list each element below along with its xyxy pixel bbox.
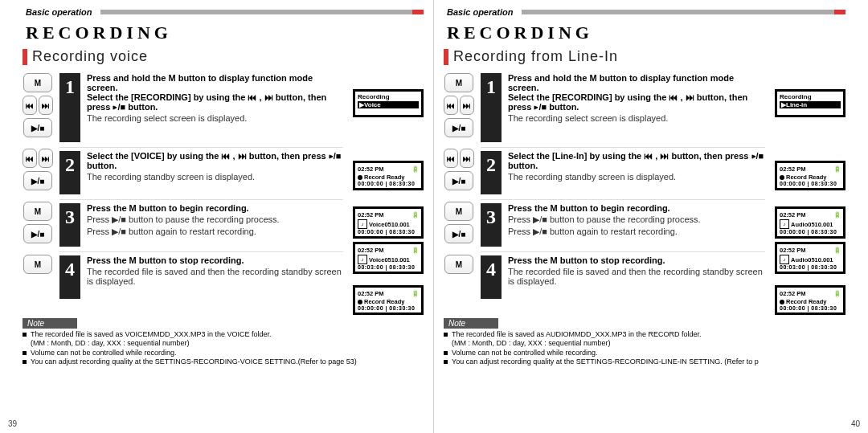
header-rule	[522, 10, 845, 14]
lcd-recording: 02:52 PM🔋 ♪Voice0510.001 00:00:00 | 08:3…	[353, 206, 424, 239]
forward-button-icon: ⏭	[460, 149, 474, 168]
playstop-button-icon: ▶/■	[23, 118, 52, 137]
section-subtitle: Recording voice	[32, 48, 148, 65]
lcd-clock: 02:52 PM	[780, 211, 832, 219]
step-instruction: Select the [Line-In] by using the ⏮ , ⏭ …	[508, 151, 764, 170]
step-number: 1	[481, 73, 502, 142]
lcd-filename: Voice0510.001	[369, 221, 410, 228]
m-button-icon: M	[23, 255, 52, 274]
step-line: Press ▶/■ button to pause the recording …	[87, 214, 343, 225]
playstop-button-icon: ▶/■	[444, 118, 473, 137]
forward-button-icon: ⏭	[460, 96, 474, 115]
step-1: 1 Press and hold the M button to display…	[59, 73, 343, 142]
lcd-clock: 02:52 PM	[780, 165, 832, 173]
note-item: The recorded file is saved as VOICEMMDD_…	[23, 330, 424, 349]
lcd-clock: 02:52 PM	[780, 247, 832, 254]
step-number: 3	[59, 203, 80, 247]
rewind-button-icon: ⏮	[23, 149, 37, 168]
step-2: 2 Select the [Line-In] by using the ⏮ , …	[481, 151, 765, 194]
lcd-timer: 00:00:00 | 08:30:30	[358, 305, 419, 311]
step-2: 2 Select the [VOICE] by using the ⏮ , ⏭ …	[59, 151, 343, 194]
step-1: 1 Press and hold the M button to display…	[481, 73, 765, 142]
step-3: 3 Press the M button to begin recording.…	[481, 203, 765, 247]
record-dot-icon	[358, 175, 362, 180]
note-heading: Note	[23, 318, 77, 329]
step-line: Press ▶/■ button to pause the recording …	[508, 214, 765, 225]
lcd-menu-screen: Recording ▶Line-in	[775, 89, 845, 117]
lcd-recording: 02:52 PM🔋 ♪Audio0510.001 00:00:00 | 08:3…	[775, 206, 845, 239]
lcd-clock: 02:52 PM	[358, 211, 410, 219]
lcd-clock: 02:52 PM	[358, 247, 410, 254]
lcd-filename: Audio0510.001	[791, 221, 833, 228]
step-line: Press ▶/■ button again to restart record…	[87, 227, 343, 237]
page-header: Basic operation	[23, 3, 424, 21]
note-heading: Note	[444, 318, 498, 329]
note-block: Note The recorded file is saved as VOICE…	[23, 318, 424, 366]
step-instruction: Press the M button to begin recording.	[508, 203, 670, 213]
page-header: Basic operation	[444, 3, 845, 21]
lcd-clock: 02:52 PM	[358, 165, 410, 173]
page-left: Basic operation RECORDING Recording voic…	[0, 0, 434, 433]
rewind-button-icon: ⏮	[444, 149, 458, 168]
lcd-status: Record Ready	[786, 174, 826, 181]
note-item: The recorded file is saved as AUDIOMMDD_…	[444, 330, 845, 349]
m-button-icon: M	[23, 73, 52, 92]
step-result: The recording standby screen is displaye…	[87, 172, 343, 182]
forward-button-icon: ⏭	[39, 96, 53, 115]
lcd-timer: 00:00:00 | 08:30:30	[780, 305, 841, 311]
step-4: 4 Press the M button to stop recording. …	[481, 255, 765, 299]
record-dot-icon	[780, 175, 784, 180]
m-button-icon: M	[23, 202, 52, 221]
m-button-icon: M	[444, 255, 473, 274]
step-number: 2	[481, 151, 502, 194]
note-item: You can adjust recording quality at the …	[23, 357, 424, 366]
step-instruction: Press the M button to stop recording.	[87, 255, 244, 265]
lcd-timer: 00:00:00 | 08:30:30	[780, 229, 841, 235]
header-label: Basic operation	[26, 7, 92, 17]
record-dot-icon	[358, 300, 362, 304]
step-result: The recording select screen is displayed…	[87, 113, 343, 123]
step-instruction: Press and hold the M button to display f…	[87, 73, 326, 112]
note-item: You can adjust recording quality at the …	[444, 357, 845, 366]
step-number: 4	[481, 255, 502, 299]
playstop-button-icon: ▶/■	[444, 171, 473, 190]
header-rule	[100, 10, 424, 14]
playstop-button-icon: ▶/■	[444, 224, 473, 243]
lcd-filename: Audio0510.001	[791, 256, 833, 263]
step-result: The recorded file is saved and then the …	[87, 267, 343, 286]
lcd-clock: 02:52 PM	[780, 290, 832, 297]
m-button-icon: M	[444, 73, 473, 92]
note-block: Note The recorded file is saved as AUDIO…	[444, 318, 845, 366]
lcd-header: Recording	[780, 93, 841, 100]
subtitle-row: Recording voice	[23, 48, 424, 65]
lcd-status: Record Ready	[786, 298, 826, 305]
step-number: 2	[59, 151, 80, 194]
forward-button-icon: ⏭	[39, 149, 53, 168]
section-subtitle: Recording from Line-In	[453, 48, 618, 65]
accent-bar	[23, 49, 27, 65]
step-column: 1 Press and hold the M button to display…	[481, 73, 765, 315]
rewind-button-icon: ⏮	[444, 96, 458, 115]
lcd-recording: 02:52 PM🔋 ♪Audio0510.001 00:03:00 | 08:3…	[775, 242, 845, 274]
page-body: M ⏮ ⏭ ▶/■ ⏮ ⏭ ▶/■ M ▶/■ M	[23, 73, 424, 315]
step-result: The recording standby screen is displaye…	[508, 172, 765, 182]
playstop-button-icon: ▶/■	[23, 224, 52, 243]
lcd-header: Recording	[358, 93, 419, 100]
lcd-menu-screen: Recording ▶Voice	[353, 89, 424, 117]
step-instruction: Press the M button to begin recording.	[87, 203, 249, 213]
step-number: 4	[59, 255, 80, 299]
lcd-clock: 02:52 PM	[358, 290, 410, 297]
section-title: RECORDING	[26, 22, 424, 43]
lcd-column: Recording ▶Line-in 02:52 PM🔋 Record Read…	[772, 73, 845, 315]
step-instruction: Press the M button to stop recording.	[508, 255, 665, 265]
file-icon: ♪	[780, 219, 789, 229]
rewind-button-icon: ⏮	[23, 96, 37, 115]
record-dot-icon	[780, 300, 784, 304]
lcd-record-ready: 02:52 PM🔋 Record Ready 00:00:00 | 08:30:…	[353, 285, 424, 315]
lcd-record-ready: 02:52 PM🔋 Record Ready 00:00:00 | 08:30:…	[353, 161, 424, 190]
page-body: M ⏮ ⏭ ▶/■ ⏮ ⏭ ▶/■ M ▶/■ M	[444, 73, 845, 315]
step-number: 3	[481, 203, 502, 247]
step-instruction: Press and hold the M button to display f…	[508, 73, 747, 112]
lcd-record-ready: 02:52 PM🔋 Record Ready 00:00:00 | 08:30:…	[775, 285, 845, 315]
manual-spread: Basic operation RECORDING Recording voic…	[0, 0, 868, 433]
